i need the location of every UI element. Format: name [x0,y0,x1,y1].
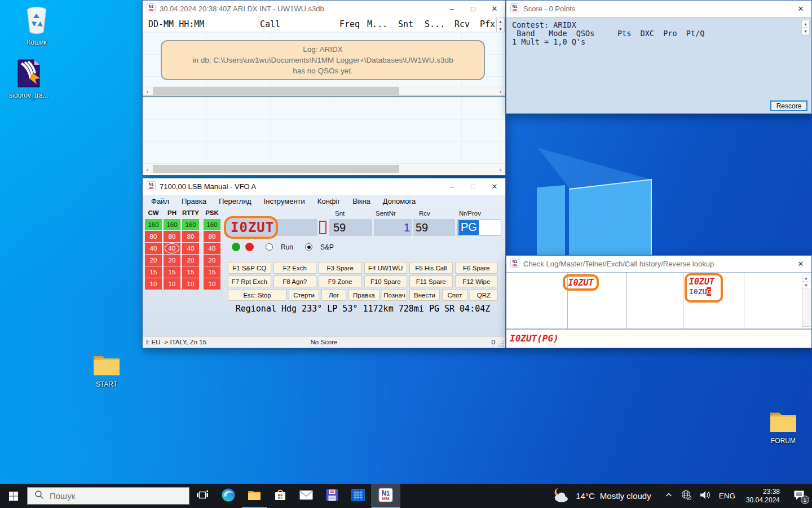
snt-input[interactable]: 59 [329,219,372,236]
band-button-cw-80[interactable]: 80 [145,231,162,242]
action-button[interactable]: Стерти [289,289,319,301]
desktop-icon-sidorov-tra-[interactable]: sidorov_tra... [5,59,53,99]
fkey-button[interactable]: F4 UW1WU [364,262,408,274]
desktop-icon-кошик[interactable]: Кошик [12,6,61,46]
scrollbar-thumb[interactable] [153,165,399,173]
band-button-rtty-10[interactable]: 10 [182,278,199,290]
run-radio[interactable] [266,243,273,251]
check-window-titlebar[interactable]: N1MM Check Log/Master/Telnet/Exch/Call h… [506,256,811,272]
action-button[interactable]: Спот [442,289,467,301]
taskbar-app-task-view-icon[interactable] [189,484,215,508]
band-button-rtty-20[interactable]: 20 [182,255,199,266]
fkey-button[interactable]: F8 Agn? [273,275,317,287]
band-button-ph-15[interactable]: 15 [164,266,180,278]
fkey-button[interactable]: F1 S&P CQ [228,262,271,274]
band-button-cw-40[interactable]: 40 [145,243,162,254]
fkey-button[interactable]: F3 Spare [319,262,362,274]
action-button[interactable]: Внести [409,289,440,301]
log-column-header[interactable]: Freq [339,19,360,29]
taskbar-search[interactable] [27,487,189,505]
log-column-header[interactable]: S... [425,19,445,29]
check-vertical-scrollbar[interactable]: ▲ ▼ [802,274,810,327]
action-button[interactable]: Правка [348,289,379,301]
fkey-button[interactable]: F6 Spare [455,262,498,274]
scroll-up-icon[interactable]: ▲ [497,18,504,25]
rescore-button[interactable]: Rescore [770,100,807,111]
band-button-psk-10[interactable]: 10 [204,278,220,290]
scroll-right-icon[interactable]: › [496,164,505,174]
fkey-button[interactable]: F7 Rpt Exch [228,275,271,287]
scroll-down-icon[interactable]: ▼ [802,28,809,35]
band-button-ph-10[interactable]: 10 [164,278,180,290]
taskbar-app-n1mm-icon[interactable]: N1MM [371,484,400,508]
fkey-button[interactable]: F2 Exch [273,262,317,274]
taskbar-app-store-icon[interactable] [267,484,293,508]
log-column-header[interactable]: Rcv [454,19,470,29]
check-call-match[interactable]: I0ZUT [568,278,593,288]
band-button-ph-80[interactable]: 80 [164,231,180,242]
band-button-ph-160[interactable]: 160 [164,219,180,230]
taskbar-app-file-explorer-icon[interactable] [241,484,267,508]
action-button[interactable]: Познач [382,289,407,301]
fkey-button[interactable]: F12 Wipe [455,275,498,287]
action-button[interactable]: QRZ [470,289,498,301]
log-column-header[interactable]: Pfx [480,19,495,29]
score-window-titlebar[interactable]: N1MM Score - 0 Points ✕ [506,1,811,17]
close-icon[interactable]: ✕ [790,256,811,272]
log-hscrollbar-upper[interactable]: ‹ › [143,86,505,95]
log-window-titlebar[interactable]: N1MM 30.04.2024 20:38:40Z ARI DX INT - U… [143,1,505,17]
band-button-rtty-15[interactable]: 15 [182,266,199,278]
band-button-rtty-160[interactable]: 160 [182,219,199,230]
band-button-psk-160[interactable]: 160 [204,219,220,230]
start-button[interactable] [0,484,27,508]
minimize-icon[interactable]: – [441,1,462,17]
menu-Конфіг[interactable]: Конфіг [311,195,346,208]
rcv-input[interactable]: 59 [413,219,455,236]
entry-window-titlebar[interactable]: N1MM 7100,00 LSB Manual - VFO A – □ ✕ [143,178,505,195]
desktop-icon-forum[interactable]: FORUM [759,410,807,445]
band-button-ph-40[interactable]: 40 [164,243,180,254]
fkey-button[interactable]: F5 His Call [409,262,453,274]
action-button[interactable]: Лог [321,289,346,301]
menu-Інструменти[interactable]: Інструменти [258,195,311,208]
menu-Правка[interactable]: Правка [175,195,213,208]
fkey-button[interactable]: F11 Spare [409,275,453,287]
band-button-ph-20[interactable]: 20 [164,255,180,266]
log-column-header[interactable]: M... [367,19,387,29]
action-button[interactable]: Esc: Stop [228,289,286,301]
scrollbar-thumb[interactable] [153,87,399,95]
nrprov-input[interactable]: PG [457,219,501,236]
taskbar-app-log-grid-icon[interactable] [345,484,371,508]
taskbar-clock[interactable]: 23:38 30.04.2024 [746,488,780,505]
network-globe-icon[interactable] [681,489,692,503]
minimize-icon[interactable]: – [441,178,462,195]
check-call-match[interactable]: I0ZUT [689,277,721,287]
menu-Вікна[interactable]: Вікна [346,195,377,208]
scroll-down-icon[interactable]: ▼ [802,282,810,289]
action-center-button[interactable]: 1 [791,488,807,504]
band-button-psk-40[interactable]: 40 [204,243,220,254]
close-icon[interactable]: ✕ [790,1,811,17]
log-grid-lower[interactable] [143,97,505,164]
band-button-rtty-40[interactable]: 40 [182,243,199,254]
search-input[interactable] [50,491,162,501]
band-button-rtty-80[interactable]: 80 [182,231,199,242]
menu-Перегляд[interactable]: Перегляд [213,195,258,208]
sentnr-input[interactable]: 1 [374,219,412,236]
speaker-icon[interactable] [699,489,712,503]
taskbar-app-mail-icon[interactable] [293,484,319,508]
taskbar-app-edge-icon[interactable] [215,484,241,508]
close-icon[interactable]: ✕ [484,1,505,17]
band-button-cw-20[interactable]: 20 [145,255,162,266]
chevron-up-icon[interactable] [664,491,673,502]
score-vertical-scrollbar[interactable]: ▲ ▼ [801,20,810,36]
log-column-header[interactable]: Call [260,19,280,29]
band-button-cw-15[interactable]: 15 [145,266,162,278]
maximize-icon[interactable]: □ [462,1,484,17]
language-indicator[interactable]: ENG [719,492,735,500]
menu-Файл[interactable]: Файл [145,195,175,208]
band-button-cw-160[interactable]: 160 [145,219,162,230]
log-column-header[interactable]: Snt [398,19,413,29]
scroll-right-icon[interactable]: › [496,86,505,96]
menu-Допомога[interactable]: Допомога [377,195,422,208]
